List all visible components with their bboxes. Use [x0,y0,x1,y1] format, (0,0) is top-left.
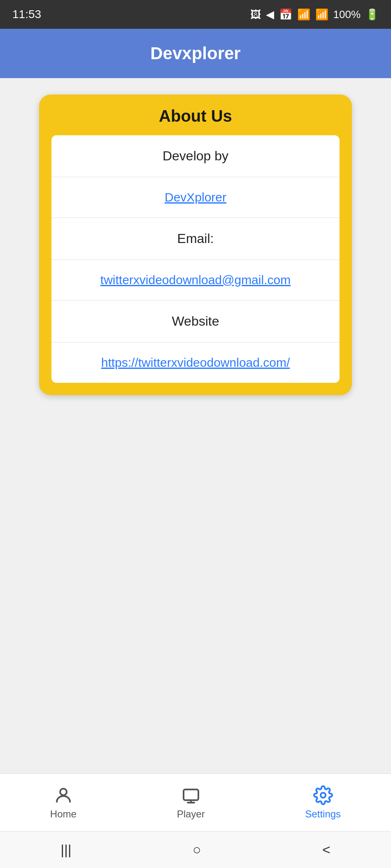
svg-point-0 [60,789,67,795]
nav-label-home: Home [50,808,77,820]
bottom-nav: Home Player Settings [0,773,391,831]
location-icon: ◀ [266,8,274,21]
photo-icon: 🖼 [250,8,261,21]
app-title: Devxplorer [150,44,240,63]
app-header: Devxplorer [0,29,391,78]
about-card-title: About Us [51,107,340,125]
status-icons: 🖼 ◀ 📅 📶 📶 100% 🔋 [250,8,379,21]
website-label-row: Website [51,301,340,343]
android-nav-bar: ||| ○ < [0,831,391,868]
main-content: About Us Develop by DevXplorer Email: tw… [0,78,391,773]
email-label-row: Email: [51,218,340,260]
settings-icon [313,785,333,805]
developer-link[interactable]: DevXplorer [165,190,226,204]
develop-by-row: Develop by [51,135,340,177]
website-link[interactable]: https://twitterxvideodownload.com/ [101,356,290,369]
nav-item-player[interactable]: Player [177,785,205,820]
svg-rect-1 [184,789,198,800]
email-link[interactable]: twitterxvideodownload@gmail.com [100,273,291,287]
website-label: Website [172,314,219,329]
status-bar: 11:53 🖼 ◀ 📅 📶 📶 100% 🔋 [0,0,391,29]
nav-label-settings: Settings [305,808,341,820]
android-recent-btn[interactable]: ||| [61,842,72,858]
nav-item-home[interactable]: Home [50,785,77,820]
calendar-icon: 📅 [279,8,292,21]
signal-icon: 📶 [315,8,328,21]
player-icon [181,785,201,805]
android-home-btn[interactable]: ○ [193,842,201,858]
wifi-icon: 📶 [297,8,310,21]
nav-label-player: Player [177,808,205,820]
battery-text: 100% [333,8,361,21]
website-link-row[interactable]: https://twitterxvideodownload.com/ [51,343,340,383]
status-time: 11:53 [12,8,41,21]
develop-by-label: Develop by [163,148,228,163]
developer-link-row[interactable]: DevXplorer [51,177,340,218]
email-link-row[interactable]: twitterxvideodownload@gmail.com [51,260,340,301]
svg-point-4 [321,793,326,798]
home-icon [54,785,73,805]
android-back-btn[interactable]: < [322,842,330,858]
email-label: Email: [177,231,214,246]
nav-item-settings[interactable]: Settings [305,785,341,820]
battery-icon: 🔋 [365,8,379,21]
about-card-inner: Develop by DevXplorer Email: twitterxvid… [51,135,340,383]
about-card: About Us Develop by DevXplorer Email: tw… [39,95,352,395]
